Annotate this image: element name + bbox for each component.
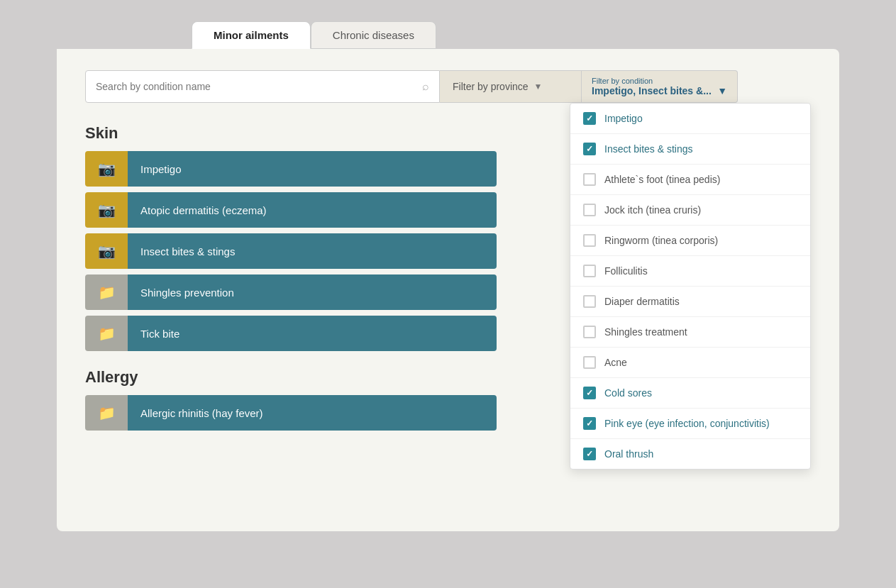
- tab-chronic-diseases[interactable]: Chronic diseases: [311, 21, 436, 49]
- province-chevron-icon: ▼: [534, 82, 543, 91]
- folder-icon: 📁: [98, 404, 116, 421]
- icon-box-eczema: 📷: [85, 192, 128, 228]
- condition-label-impetigo: Impetigo: [128, 151, 497, 187]
- search-icon: ⌕: [422, 80, 429, 93]
- dropdown-item-label: Insect bites & stings: [604, 143, 693, 155]
- checkbox-icon[interactable]: [583, 417, 596, 430]
- condition-label-tick-bite: Tick bite: [128, 316, 497, 351]
- condition-filter-top-label: Filter by condition: [592, 77, 727, 85]
- tabs-area: Minor ailments Chronic diseases: [0, 0, 896, 49]
- dropdown-item-label: Folliculitis: [604, 265, 648, 277]
- checkbox-icon[interactable]: [583, 204, 596, 216]
- condition-label-allergic-rhinitis: Allergic rhinitis (hay fever): [128, 395, 497, 431]
- tab-chronic-diseases-label: Chronic diseases: [333, 29, 414, 41]
- camera-icon: 📷: [98, 201, 116, 218]
- checkbox-icon[interactable]: [583, 112, 596, 125]
- dropdown-item-label: Acne: [604, 357, 627, 368]
- icon-box-shingles: 📁: [85, 274, 128, 310]
- checkbox-icon[interactable]: [583, 387, 596, 399]
- dropdown-item[interactable]: Acne: [570, 348, 810, 378]
- checkbox-icon[interactable]: [583, 295, 596, 308]
- dropdown-item[interactable]: Insect bites & stings: [570, 134, 810, 165]
- condition-filter-dropdown: ImpetigoInsect bites & stingsAthlete`s f…: [570, 103, 811, 470]
- condition-label-eczema: Atopic dermatitis (eczema): [128, 192, 497, 228]
- camera-icon: 📷: [98, 243, 116, 260]
- icon-box-insect-bites: 📷: [85, 233, 128, 269]
- dropdown-item-label: Shingles treatment: [604, 326, 687, 338]
- condition-label-insect-bites: Insect bites & stings: [128, 233, 497, 269]
- dropdown-item[interactable]: Jock itch (tinea cruris): [570, 195, 810, 226]
- tab-minor-ailments-label: Minor ailments: [214, 29, 289, 41]
- condition-filter-value-text: Impetigo, Insect bites &...: [592, 85, 712, 96]
- dropdown-item-label: Cold sores: [604, 387, 652, 399]
- dropdown-scroll[interactable]: ImpetigoInsect bites & stingsAthlete`s f…: [570, 104, 810, 469]
- checkbox-icon[interactable]: [583, 265, 596, 277]
- folder-icon: 📁: [98, 325, 116, 342]
- dropdown-item-label: Impetigo: [604, 113, 643, 124]
- condition-filter[interactable]: Filter by condition Impetigo, Insect bit…: [582, 70, 738, 103]
- dropdown-item[interactable]: Pink eye (eye infection, conjunctivitis): [570, 409, 810, 439]
- search-input[interactable]: [96, 81, 422, 92]
- dropdown-item-label: Pink eye (eye infection, conjunctivitis): [604, 418, 770, 429]
- checkbox-icon[interactable]: [583, 143, 596, 155]
- dropdown-item[interactable]: Folliculitis: [570, 256, 810, 287]
- filters-row: ⌕ Filter by province ▼ Filter by conditi…: [85, 70, 811, 103]
- dropdown-item-label: Athlete`s foot (tinea pedis): [604, 174, 720, 185]
- condition-filter-value: Impetigo, Insect bites &... ▼: [592, 85, 727, 96]
- condition-chevron-icon: ▼: [717, 85, 727, 96]
- province-filter-label: Filter by province: [453, 81, 529, 92]
- dropdown-item[interactable]: Ringworm (tinea corporis): [570, 226, 810, 256]
- dropdown-item[interactable]: Shingles treatment: [570, 317, 810, 348]
- checkbox-icon[interactable]: [583, 326, 596, 338]
- folder-icon: 📁: [98, 284, 116, 301]
- dropdown-item-label: Oral thrush: [604, 448, 653, 460]
- dropdown-item[interactable]: Cold sores: [570, 378, 810, 409]
- search-box[interactable]: ⌕: [85, 70, 440, 103]
- condition-label-shingles: Shingles prevention: [128, 274, 497, 310]
- province-filter[interactable]: Filter by province ▼: [440, 70, 582, 103]
- dropdown-item[interactable]: Diaper dermatitis: [570, 287, 810, 317]
- checkbox-icon[interactable]: [583, 356, 596, 369]
- icon-box-allergic-rhinitis: 📁: [85, 395, 128, 431]
- dropdown-item[interactable]: Impetigo: [570, 104, 810, 134]
- dropdown-item-label: Ringworm (tinea corporis): [604, 235, 718, 246]
- checkbox-icon[interactable]: [583, 448, 596, 460]
- camera-icon: 📷: [98, 160, 116, 177]
- tab-minor-ailments[interactable]: Minor ailments: [192, 21, 311, 49]
- icon-box-tick-bite: 📁: [85, 316, 128, 351]
- checkbox-icon[interactable]: [583, 234, 596, 247]
- dropdown-item-label: Jock itch (tinea cruris): [604, 204, 701, 216]
- dropdown-item[interactable]: Athlete`s foot (tinea pedis): [570, 165, 810, 195]
- dropdown-item[interactable]: Oral thrush: [570, 439, 810, 469]
- main-card: ⌕ Filter by province ▼ Filter by conditi…: [57, 49, 839, 531]
- checkbox-icon[interactable]: [583, 173, 596, 186]
- icon-box-impetigo: 📷: [85, 151, 128, 187]
- dropdown-item-label: Diaper dermatitis: [604, 296, 680, 307]
